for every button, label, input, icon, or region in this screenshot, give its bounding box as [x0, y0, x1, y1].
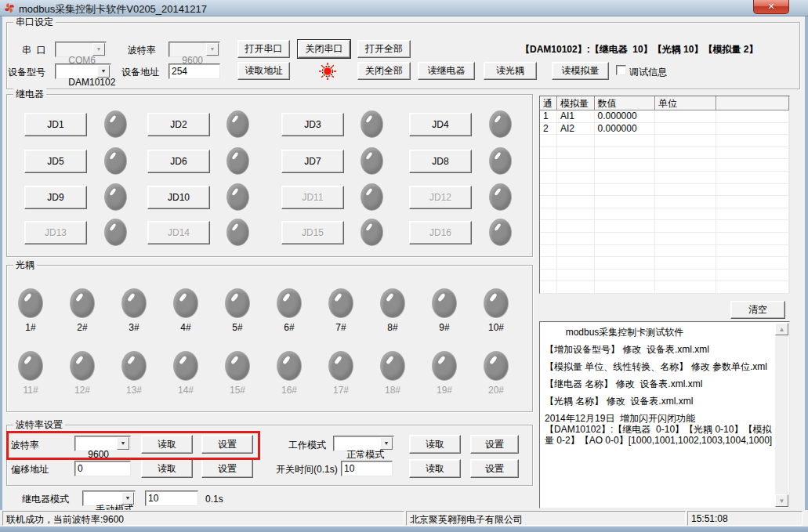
baud-set-button[interactable]: 设置	[201, 435, 253, 454]
log-line	[545, 355, 773, 361]
table-cell	[655, 123, 716, 136]
relay-button-jd6[interactable]: JD6	[147, 150, 210, 173]
title-bar[interactable]: modbus采集控制卡软件V0205_20141217 ✕	[0, 0, 808, 16]
relay-button-jd9[interactable]: JD9	[24, 186, 87, 209]
table-row[interactable]: 2AI20.000000	[540, 123, 789, 136]
opto-label-18: 18#	[377, 385, 408, 396]
opto-led-5	[226, 289, 249, 317]
opto-led-12	[71, 352, 94, 380]
work-mode-set-button[interactable]: 设置	[470, 435, 519, 454]
log-line: modbus采集控制卡测试软件	[545, 327, 773, 338]
log-line	[545, 338, 773, 344]
relay-button-jd7[interactable]: JD7	[281, 150, 344, 173]
table-cell	[540, 245, 557, 258]
relay-button-jd12: JD12	[409, 186, 472, 209]
relay-led-jd16	[490, 219, 511, 245]
table-cell	[540, 233, 557, 245]
work-mode-select[interactable]: 正常模式 ▼	[333, 436, 394, 451]
table-cell: 0.000000	[595, 110, 656, 123]
read-opto-button[interactable]: 读光耦	[484, 62, 537, 80]
chevron-down-icon[interactable]: ▼	[121, 492, 134, 505]
read-relay-button[interactable]: 读继电器	[418, 62, 475, 80]
log-line: 【模拟量 单位、线性转换、名称】 修改 参数单位.xml	[545, 361, 773, 372]
scroll-down-icon[interactable]: ▼	[775, 494, 788, 507]
debug-info-checkbox[interactable]	[616, 65, 626, 75]
baud-setting-select[interactable]: 9600 ▼	[74, 436, 131, 451]
table-cell	[595, 159, 656, 172]
table-row	[540, 172, 789, 184]
analog-table-header[interactable]: 通模拟量数值单位	[540, 96, 789, 110]
offset-address-input[interactable]: 0	[74, 461, 131, 476]
relay-button-jd8[interactable]: JD8	[409, 150, 472, 173]
log-textarea[interactable]: modbus采集控制卡测试软件【增加设备型号】 修改 设备表.xml.xml【模…	[539, 321, 790, 508]
close-serial-button[interactable]: 关闭串口	[298, 40, 350, 58]
table-cell	[655, 208, 716, 221]
device-model-select[interactable]: DAM10102 ▼	[55, 63, 111, 79]
table-cell	[540, 196, 557, 208]
table-cell: 2	[540, 123, 557, 136]
baud-read-button[interactable]: 读取	[141, 435, 193, 454]
table-cell	[595, 257, 656, 270]
table-cell	[716, 123, 789, 136]
switch-time-label: 开关时间(0.1s)	[276, 464, 338, 475]
relay-button-jd4[interactable]: JD4	[409, 113, 472, 136]
table-cell	[557, 184, 595, 197]
table-cell	[557, 208, 595, 221]
scroll-up-icon[interactable]: ▲	[775, 323, 788, 335]
table-cell	[716, 172, 789, 184]
open-all-button[interactable]: 打开全部	[357, 40, 411, 58]
opto-label-3: 3#	[118, 322, 150, 333]
table-row	[540, 257, 789, 270]
offset-read-button[interactable]: 读取	[141, 459, 193, 478]
table-cell	[716, 281, 789, 294]
table-cell	[716, 159, 789, 172]
open-serial-button[interactable]: 打开串口	[237, 40, 290, 58]
relay-button-jd16: JD16	[409, 221, 472, 244]
switch-time-set-button[interactable]: 设置	[470, 459, 519, 478]
switch-time-input[interactable]: 10	[341, 461, 393, 476]
relay-led-jd1	[105, 111, 126, 137]
clear-button[interactable]: 清空	[730, 301, 785, 319]
column-header-2[interactable]: 数值	[595, 96, 656, 110]
relay-button-jd5[interactable]: JD5	[24, 150, 87, 173]
opto-led-2	[71, 289, 94, 317]
opto-label-4: 4#	[170, 322, 201, 333]
table-cell	[557, 233, 595, 245]
switch-time-read-button[interactable]: 读取	[409, 459, 461, 478]
chevron-down-icon[interactable]: ▼	[117, 437, 129, 450]
read-analog-button[interactable]: 读模拟量	[552, 62, 609, 80]
relay-button-jd10[interactable]: JD10	[147, 186, 210, 209]
column-header-3[interactable]: 单位	[655, 96, 716, 110]
opto-led-19	[433, 352, 456, 380]
device-info-label: 【DAM10102】:【继电器 10】【光耦 10】【模拟量 2】	[520, 44, 758, 55]
device-address-input[interactable]: 254	[168, 63, 220, 79]
close-button[interactable]: ✕	[753, 0, 789, 14]
table-cell: 0.000000	[595, 123, 656, 136]
table-row	[540, 147, 789, 160]
relay-button-jd1[interactable]: JD1	[24, 113, 87, 136]
offset-set-button[interactable]: 设置	[201, 459, 253, 478]
opto-label-5: 5#	[222, 322, 253, 333]
read-address-button[interactable]: 读取地址	[237, 62, 290, 80]
chevron-down-icon[interactable]: ▼	[380, 437, 393, 450]
opto-led-20	[484, 352, 508, 380]
status-bar: 联机成功，当前波特率:9600 北京聚英翱翔电子有限公司 15:51:08	[0, 510, 808, 527]
work-mode-read-button[interactable]: 读取	[409, 435, 461, 454]
column-header-1[interactable]: 模拟量	[557, 96, 595, 110]
close-all-button[interactable]: 关闭全部	[357, 62, 411, 80]
table-cell	[655, 147, 716, 160]
relay-mode-time-input[interactable]: 10	[145, 490, 198, 506]
column-header-4[interactable]	[716, 96, 789, 110]
column-header-0[interactable]: 通	[540, 96, 557, 110]
table-row[interactable]: 1AI10.000000	[540, 110, 789, 123]
opto-label-12: 12#	[67, 385, 98, 396]
opto-grid: 1#2#3#4#5#6#7#8#9#10#11#12#13#14#15#16#1…	[7, 266, 532, 411]
table-cell	[595, 233, 656, 245]
relay-button-jd3[interactable]: JD3	[281, 113, 344, 136]
table-cell	[540, 220, 557, 233]
relay-button-jd2[interactable]: JD2	[147, 113, 210, 136]
chevron-down-icon[interactable]: ▼	[97, 65, 110, 78]
relay-led-jd5	[105, 148, 126, 174]
relay-mode-select[interactable]: 手动模式 ▼	[82, 490, 136, 506]
log-scrollbar[interactable]: ▲ ▼	[775, 323, 788, 507]
